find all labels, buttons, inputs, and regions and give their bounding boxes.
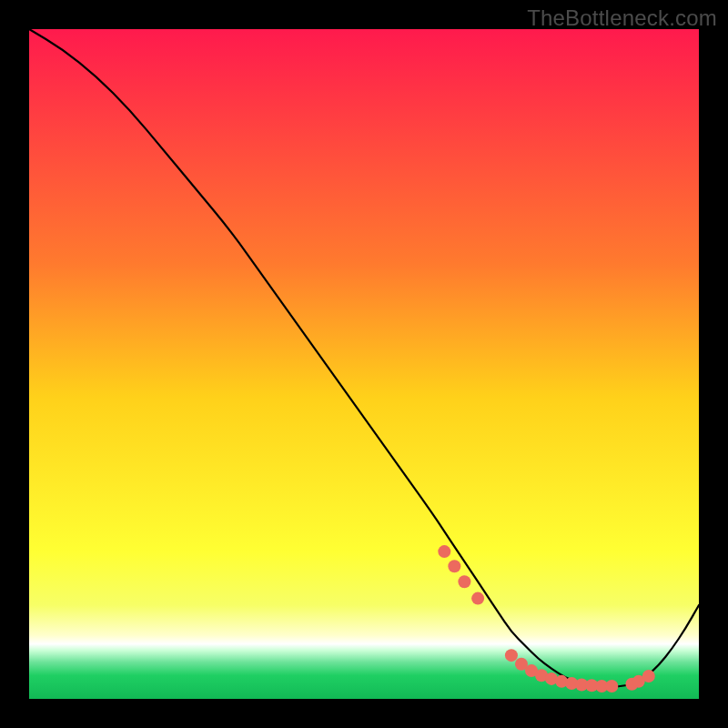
sample-point: [438, 545, 450, 558]
sample-point: [448, 560, 460, 572]
chart-frame: TheBottleneck.com: [0, 0, 728, 728]
plot-background: [29, 29, 699, 699]
sample-point: [605, 680, 618, 693]
sample-point: [458, 575, 470, 588]
sample-point: [505, 649, 518, 662]
watermark-text: TheBottleneck.com: [527, 5, 717, 31]
bottleneck-chart: [0, 0, 728, 728]
sample-point: [471, 592, 484, 605]
sample-point: [642, 670, 655, 682]
